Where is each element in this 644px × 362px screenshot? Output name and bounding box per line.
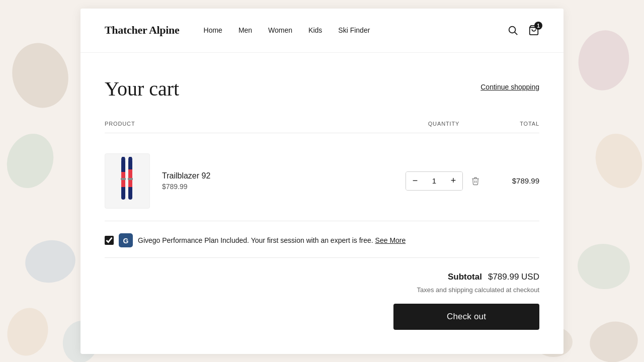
svg-text:G: G bbox=[123, 237, 129, 245]
subtotal-value: $789.99 USD bbox=[488, 272, 539, 282]
givego-section: G Givego Performance Plan Included. Your… bbox=[105, 221, 539, 258]
navbar: Thatcher Alpine Home Men Women Kids Ski … bbox=[80, 9, 564, 53]
svg-point-6 bbox=[576, 242, 631, 292]
main-content: Your cart Continue shopping PRODUCT QUAN… bbox=[80, 53, 564, 354]
product-name: Trailblazer 92 bbox=[162, 171, 210, 180]
cart-badge: 1 bbox=[534, 22, 542, 30]
svg-point-4 bbox=[574, 26, 633, 95]
quantity-increase-button[interactable]: + bbox=[444, 172, 462, 190]
col-header-total: TOTAL bbox=[489, 121, 539, 127]
quantity-controls: − 1 + bbox=[398, 171, 489, 191]
continue-shopping-link[interactable]: Continue shopping bbox=[480, 83, 539, 91]
quantity-decrease-button[interactable]: − bbox=[406, 172, 424, 190]
svg-line-11 bbox=[515, 32, 517, 35]
nav-women[interactable]: Women bbox=[268, 26, 292, 34]
cart-header: Your cart Continue shopping bbox=[105, 77, 539, 101]
cart-button[interactable]: 1 bbox=[528, 25, 539, 36]
givego-text: Givego Performance Plan Included. Your f… bbox=[138, 236, 406, 244]
nav-men[interactable]: Men bbox=[238, 26, 252, 34]
brand-logo: Thatcher Alpine bbox=[105, 24, 180, 37]
col-header-quantity: QUANTITY bbox=[398, 121, 489, 127]
svg-point-3 bbox=[2, 303, 53, 360]
search-button[interactable] bbox=[507, 25, 518, 36]
nav-actions: 1 bbox=[507, 25, 539, 36]
ski-svg bbox=[117, 157, 137, 205]
nav-kids[interactable]: Kids bbox=[308, 26, 322, 34]
svg-rect-19 bbox=[128, 187, 132, 195]
page-title: Your cart bbox=[105, 77, 179, 101]
trash-icon bbox=[471, 176, 480, 186]
product-price: $789.99 bbox=[162, 183, 210, 191]
givego-icon: G bbox=[119, 233, 133, 247]
quantity-value: 1 bbox=[424, 176, 444, 185]
subtotal-row: Subtotal $789.99 USD bbox=[448, 272, 539, 282]
svg-point-5 bbox=[588, 127, 644, 195]
product-info: Trailblazer 92 $789.99 bbox=[105, 153, 398, 209]
svg-point-1 bbox=[0, 127, 61, 195]
checkout-button[interactable]: Check out bbox=[393, 304, 539, 330]
svg-point-7 bbox=[586, 317, 642, 362]
subtotal-label: Subtotal bbox=[448, 272, 482, 282]
product-image bbox=[105, 153, 150, 209]
svg-point-0 bbox=[5, 37, 75, 114]
col-header-product: PRODUCT bbox=[105, 121, 398, 127]
taxes-note: Taxes and shipping calculated at checkou… bbox=[417, 286, 539, 294]
delete-item-button[interactable] bbox=[469, 174, 482, 188]
svg-point-2 bbox=[22, 236, 78, 287]
main-card: Thatcher Alpine Home Men Women Kids Ski … bbox=[80, 9, 564, 354]
svg-point-10 bbox=[509, 27, 516, 33]
svg-rect-15 bbox=[121, 187, 125, 195]
givego-checkbox[interactable] bbox=[105, 236, 114, 245]
nav-ski-finder[interactable]: Ski Finder bbox=[338, 26, 370, 34]
givego-see-more-link[interactable]: See More bbox=[375, 236, 406, 244]
nav-home[interactable]: Home bbox=[204, 26, 222, 34]
cart-item-row: Trailblazer 92 $789.99 − 1 + bbox=[105, 141, 539, 221]
item-total: $789.99 bbox=[489, 176, 539, 185]
nav-links: Home Men Women Kids Ski Finder bbox=[204, 26, 507, 34]
svg-rect-21 bbox=[121, 178, 126, 180]
svg-rect-22 bbox=[128, 178, 133, 180]
product-details: Trailblazer 92 $789.99 bbox=[162, 171, 210, 191]
search-icon bbox=[507, 25, 518, 36]
table-header: PRODUCT QUANTITY TOTAL bbox=[105, 121, 539, 133]
quantity-wrapper: − 1 + bbox=[406, 171, 463, 191]
subtotal-section: Subtotal $789.99 USD Taxes and shipping … bbox=[105, 258, 539, 330]
